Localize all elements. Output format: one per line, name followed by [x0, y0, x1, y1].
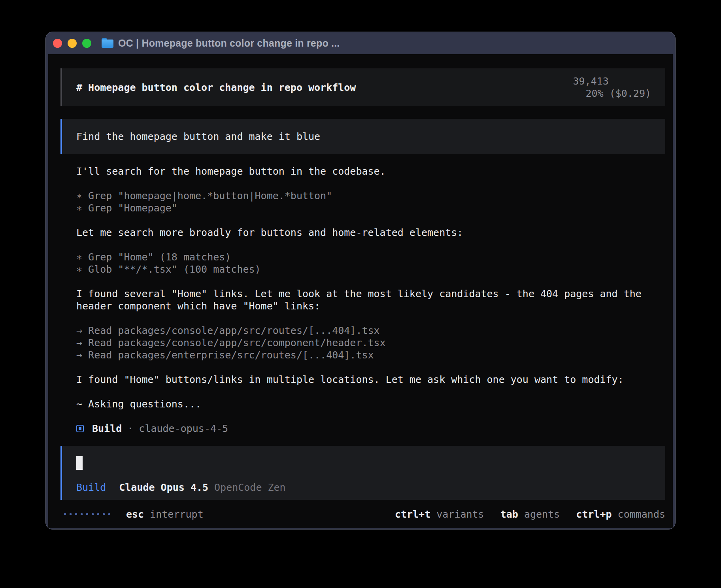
folder-icon: [102, 38, 113, 48]
session-header: # Homepage button color change in repo w…: [60, 68, 665, 106]
transcript-block: I found "Home" buttons/links in multiple…: [76, 373, 657, 386]
hint-key: esc: [126, 509, 144, 520]
hint-interrupt: esc interrupt: [126, 508, 204, 520]
status-bar: esc interrupt ctrl+t variantstab agentsc…: [60, 500, 665, 528]
spinner-dot: [92, 513, 94, 515]
transcript-block: ~ Asking questions...: [76, 398, 657, 410]
spinner-dot: [64, 513, 66, 515]
tool-call-line: → Read packages/console/app/src/routes/[…: [76, 324, 657, 337]
model-label[interactable]: Claude Opus 4.5: [119, 481, 208, 494]
assistant-text: I'll search for the homepage button in t…: [76, 165, 657, 177]
tool-call-line: → Read packages/enterprise/src/routes/[.…: [76, 349, 657, 361]
hint-key: tab: [500, 509, 518, 520]
transcript-block: ∗ Grep "homepage|home.*button|Home.*butt…: [76, 190, 657, 214]
minimize-button[interactable]: [68, 39, 77, 48]
transcript-block: I'll search for the homepage button in t…: [76, 165, 657, 177]
input-footer: Build Claude Opus 4.5 OpenCode Zen: [76, 481, 651, 494]
assistant-text: Let me search more broadly for buttons a…: [76, 226, 657, 239]
spinner-dot: [103, 513, 105, 515]
terminal-window: OC | Homepage button color change in rep…: [45, 32, 676, 530]
spinner-dot: [75, 513, 77, 515]
hint-key: ctrl+p: [576, 509, 612, 520]
tool-call-line: ∗ Grep "Homepage": [76, 202, 657, 214]
user-message-text: Find the homepage button and make it blu…: [76, 130, 320, 143]
agent-mode-label[interactable]: Build: [76, 481, 106, 494]
status-right: ctrl+t variantstab agentsctrl+p commands: [395, 508, 665, 520]
agent-badge-icon: [76, 425, 84, 432]
transcript-block: → Read packages/console/app/src/routes/[…: [76, 324, 657, 361]
window-title-group: OC | Homepage button color change in rep…: [102, 38, 340, 49]
spinner-dot: [108, 513, 110, 515]
zoom-button[interactable]: [82, 39, 91, 48]
traffic-lights: [53, 39, 91, 48]
assistant-text: I found several "Home" links. Let me loo…: [76, 288, 657, 312]
tool-call-line: → Read packages/console/app/src/componen…: [76, 337, 657, 349]
assistant-text: I found "Home" buttons/links in multiple…: [76, 373, 657, 386]
tool-call-line: ∗ Glob "**/*.tsx" (100 matches): [76, 263, 657, 275]
tool-call-line: ∗ Grep "Home" (18 matches): [76, 251, 657, 263]
context-usage: 20% ($0.29): [585, 88, 651, 99]
text-cursor: [76, 456, 83, 470]
hint-label: commands: [618, 509, 665, 520]
hint-label: variants: [436, 509, 484, 520]
prompt-input[interactable]: Build Claude Opus 4.5 OpenCode Zen: [60, 446, 665, 500]
hint-agents: tab agents: [500, 508, 560, 520]
token-count: 39,413: [573, 75, 608, 87]
status-left: esc interrupt: [64, 508, 204, 520]
hint-key: ctrl+t: [395, 509, 430, 520]
spinner-dots: [64, 513, 110, 515]
session-stats: 39,413 20% ($0.29): [525, 63, 651, 112]
agent-model: claude-opus-4-5: [139, 422, 228, 435]
hint-commands: ctrl+p commands: [576, 508, 665, 520]
tool-call-line: ∗ Grep "homepage|home.*button|Home.*butt…: [76, 190, 657, 202]
agent-status-line: Build·claude-opus-4-5: [76, 422, 657, 435]
transcript: I'll search for the homepage button in t…: [60, 165, 665, 435]
user-message: Find the homepage button and make it blu…: [60, 119, 665, 154]
close-button[interactable]: [53, 39, 62, 48]
hint-label: interrupt: [150, 509, 203, 520]
transcript-block: Build·claude-opus-4-5: [76, 422, 657, 435]
titlebar[interactable]: OC | Homepage button color change in rep…: [46, 32, 675, 54]
terminal-content: # Homepage button color change in repo w…: [48, 54, 673, 528]
agent-separator: ·: [127, 422, 133, 435]
transcript-block: Let me search more broadly for buttons a…: [76, 226, 657, 239]
spinner-dot: [70, 513, 72, 515]
agent-badge-dot: [79, 427, 81, 430]
window-title: OC | Homepage button color change in rep…: [118, 38, 340, 49]
agent-name: Build: [92, 422, 122, 435]
provider-label: OpenCode Zen: [214, 481, 286, 494]
assistant-text: ~ Asking questions...: [76, 398, 657, 410]
transcript-block: ∗ Grep "Home" (18 matches)∗ Glob "**/*.t…: [76, 251, 657, 275]
spinner-dot: [97, 513, 99, 515]
session-title: # Homepage button color change in repo w…: [76, 81, 356, 94]
spinner-dot: [81, 513, 83, 515]
spinner-dot: [86, 513, 88, 515]
hint-label: agents: [524, 509, 560, 520]
hint-variants: ctrl+t variants: [395, 508, 484, 520]
transcript-block: I found several "Home" links. Let me loo…: [76, 288, 657, 312]
